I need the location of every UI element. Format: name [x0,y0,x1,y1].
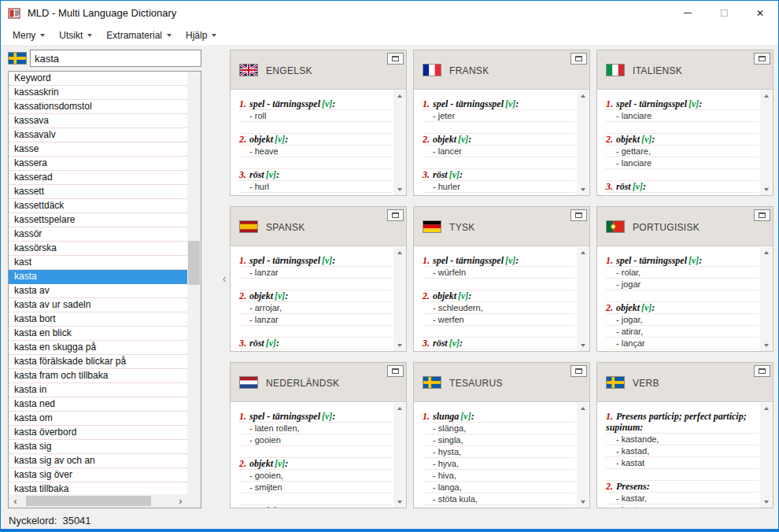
list-item[interactable]: kassationsdomstol [9,100,187,114]
panel-scrollbar[interactable] [760,247,773,352]
panel-title: NEDERLÄNDSK [266,378,339,389]
scroll-up-icon[interactable] [397,251,402,254]
scroll-down-icon[interactable] [581,501,585,504]
list-item[interactable]: kasta sig av och an [9,454,187,468]
minimize-button[interactable] [670,1,706,25]
scroll-up-icon[interactable] [397,94,402,98]
panel-maximize-button[interactable] [754,209,770,221]
list-item[interactable]: kasta sig [9,440,187,454]
scroll-up-icon[interactable] [764,251,769,254]
panel-scrollbar[interactable] [760,91,773,195]
list-item[interactable]: kasta förälskade blickar på [9,355,187,369]
list-item[interactable]: kasta ned [9,397,187,412]
pos-tag: [v] [322,255,332,266]
scroll-down-icon[interactable] [764,501,769,504]
panel-scrollbar[interactable] [760,403,773,508]
entry-list: 1.spel - tärningsspel[v]:- würfeln2.obje… [414,247,577,352]
scroll-up-icon[interactable] [764,407,769,410]
scroll-down-icon[interactable] [764,344,769,347]
panel-scrollbar[interactable] [393,403,406,508]
scroll-down-icon[interactable] [397,501,402,504]
scroll-up-icon[interactable] [581,251,585,254]
list-item[interactable]: kassörska [9,242,187,256]
panel-maximize-button[interactable] [754,365,770,377]
maximize-button[interactable] [706,1,742,25]
scroll-left-icon[interactable]: ‹ [9,494,22,508]
scrollbar-thumb[interactable] [188,241,200,285]
panel-maximize-button[interactable] [387,209,404,221]
entry-number: 1. [239,411,246,422]
scroll-down-icon[interactable] [764,188,769,191]
vertical-scrollbar[interactable] [187,72,201,494]
chevron-down-icon [212,34,216,37]
panel-maximize-button[interactable] [570,209,587,221]
list-item[interactable]: kasta en blick [9,327,187,341]
panel-scrollbar[interactable] [577,247,589,352]
list-item[interactable]: kasta sig över [9,468,187,482]
list-item[interactable]: kasta fram och tillbaka [9,369,187,383]
entry-number: 1. [423,98,430,109]
panel-title: FRANSK [449,65,489,76]
keyword-listbox: Keywordkassaskrinkassationsdomstolkassav… [8,71,201,508]
list-item[interactable]: kasta om [9,412,187,426]
panel-maximize-button[interactable] [387,365,404,377]
search-input[interactable] [30,50,201,67]
word-item: - kastat [606,457,759,469]
panel-maximize-button[interactable] [570,365,587,377]
panel-scrollbar[interactable] [577,403,589,508]
list-item[interactable]: kassettspelare [9,213,187,227]
menu-item-meny[interactable]: Meny [6,28,52,43]
scroll-up-icon[interactable] [764,94,769,98]
language-panel-verb: VERB1.Presens particip; perfect particip… [596,362,773,508]
list-item[interactable]: kassett [9,185,187,199]
panel-maximize-button[interactable] [387,53,404,65]
list-item[interactable]: kassava [9,114,187,128]
list-item[interactable]: kasta en skugga på [9,341,187,355]
scroll-down-icon[interactable] [397,344,402,347]
list-item[interactable]: kassettdäck [9,199,187,213]
panel-scrollbar[interactable] [393,91,406,195]
list-item[interactable]: kasse [9,142,187,157]
list-item[interactable]: kassör [9,227,187,242]
list-item[interactable]: kassaskrin [9,86,187,100]
list-item[interactable]: kasta av [9,284,187,298]
list-item[interactable]: kast [9,256,187,270]
menu-item-label: Extramaterial [106,30,162,41]
splitter-collapse-button[interactable]: ‹ [220,268,229,289]
scrollbar-thumb[interactable] [26,496,151,506]
scroll-down-icon[interactable] [581,188,585,191]
entry-gap [606,469,759,481]
list-item[interactable]: kasta [9,270,187,284]
entry-heading: 1.spel - tärningsspel[v]: [423,255,575,267]
window-controls: ✕ [670,1,778,25]
list-item[interactable]: kasta in [9,383,187,397]
list-item[interactable]: kasta bort [9,312,187,327]
list-item[interactable]: kasta tillbaka [9,482,187,494]
list-item[interactable]: kassavalv [9,128,187,142]
close-button[interactable]: ✕ [742,1,778,25]
entry-label: slunga [433,411,459,422]
scroll-down-icon[interactable] [397,188,402,191]
entry-gap [423,279,575,290]
panel-header: SPANSK [231,207,406,246]
panel-scrollbar[interactable] [577,91,589,195]
panel-scrollbar[interactable] [393,247,406,352]
scroll-up-icon[interactable] [397,407,402,410]
list-item[interactable]: kasta av ur sadeln [9,298,187,312]
entry-gap [239,122,392,134]
entry-heading: 2.objekt[v]: [239,458,392,470]
app-window: MLD - Multi Language Dictionary ✕ MenyUt… [0,0,779,532]
menu-item-extramaterial[interactable]: Extramaterial [99,28,179,43]
scroll-down-icon[interactable] [581,344,585,347]
list-item[interactable]: kassera [9,157,187,171]
panel-maximize-button[interactable] [754,53,770,65]
scroll-up-icon[interactable] [581,407,585,410]
horizontal-scrollbar[interactable]: ‹ › [9,494,187,508]
panel-maximize-button[interactable] [570,53,587,65]
scroll-right-icon[interactable]: › [174,494,187,508]
menu-item-utsikt[interactable]: Utsikt [52,28,99,43]
scroll-up-icon[interactable] [581,94,585,98]
menu-item-hjälp[interactable]: Hjälp [179,28,223,43]
list-item[interactable]: kasta överbord [9,426,187,440]
list-item[interactable]: kasserad [9,171,187,185]
